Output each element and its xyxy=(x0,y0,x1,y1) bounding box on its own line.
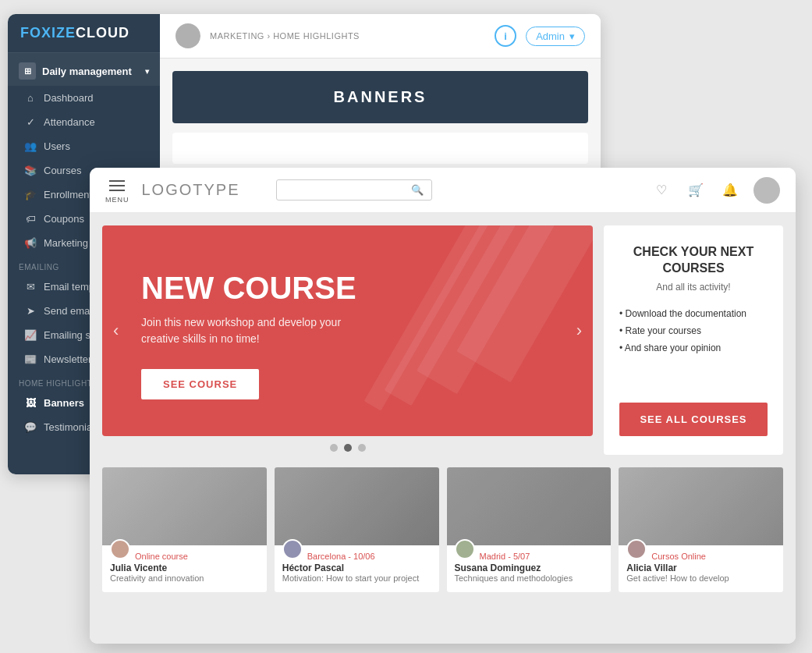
sidebar-item-dashboard[interactable]: ⌂ Dashboard xyxy=(8,86,160,110)
enrollment-icon: 🎓 xyxy=(23,189,37,201)
front-nav-icons: ♡ 🛒 🔔 xyxy=(651,177,780,204)
front-navbar: MENU LOGOTYPE 🔍 ♡ 🛒 🔔 xyxy=(90,168,796,213)
course-card-body: Online course Julia Vicente Creativity a… xyxy=(102,545,267,589)
info-button[interactable]: i xyxy=(495,25,516,47)
home-icon: ⌂ xyxy=(23,92,37,104)
users-icon: 👥 xyxy=(23,140,37,152)
grid-icon: ⊞ xyxy=(19,62,36,80)
chevron-icon: ▾ xyxy=(145,67,149,76)
course-card-body: Barcelona - 10/06 Héctor Pascal Motivati… xyxy=(275,545,439,589)
menu-label: MENU xyxy=(105,196,129,204)
course-description: Get active! How to develop xyxy=(626,573,775,583)
see-all-courses-button[interactable]: SEE ALL COURSES xyxy=(619,403,768,436)
hamburger-icon xyxy=(106,177,128,194)
hero-subtitle: Join this new workshop and develop your … xyxy=(141,314,375,347)
notifications-icon[interactable]: 🔔 xyxy=(719,179,741,201)
hero-dots xyxy=(102,436,593,455)
user-avatar[interactable] xyxy=(753,177,780,204)
marketing-icon: 📢 xyxy=(23,237,37,249)
sidebar-daily-management[interactable]: ⊞ Daily management ▾ xyxy=(8,53,160,86)
email-icon: ✉ xyxy=(23,281,37,293)
avatar xyxy=(282,539,303,559)
sidebar-widget-list: • Download the documentation • Rate your… xyxy=(619,305,768,357)
banners-icon: 🖼 xyxy=(23,397,37,409)
admin-topbar: MARKETING › HOME HIGHLIGHTS i Admin ▾ xyxy=(160,14,601,59)
stats-icon: 📈 xyxy=(23,329,37,341)
admin-breadcrumb: MARKETING › HOME HIGHLIGHTS xyxy=(210,31,485,41)
admin-section-bar xyxy=(172,133,588,164)
check-icon: ✓ xyxy=(23,116,37,128)
hero-dot-2[interactable] xyxy=(344,444,352,452)
sidebar-item-users[interactable]: 👥 Users xyxy=(8,134,160,158)
course-card-image xyxy=(102,467,267,545)
send-icon: ➤ xyxy=(23,305,37,317)
course-location: Madrid - 5/07 xyxy=(480,552,530,561)
sidebar-item-attendance[interactable]: ✓ Attendance xyxy=(8,110,160,134)
hero-dot-1[interactable] xyxy=(330,444,338,452)
sidebar-widget-subtitle: And all its activity! xyxy=(656,282,730,293)
hero-prev-button[interactable]: ‹ xyxy=(113,321,119,341)
list-item: • Rate your courses xyxy=(619,322,768,339)
course-card-image xyxy=(275,467,439,545)
course-card: Barcelona - 10/06 Héctor Pascal Motivati… xyxy=(275,467,439,592)
search-container: 🔍 xyxy=(276,179,432,201)
sidebar-widget-title: CHECK YOUR NEXT COURSES xyxy=(619,244,768,277)
course-card: Madrid - 5/07 Susana Dominguez Technique… xyxy=(447,467,612,592)
newsletter-icon: 📰 xyxy=(23,353,37,365)
hero-dot-3[interactable] xyxy=(358,444,366,452)
avatar xyxy=(110,539,130,559)
admin-section-title: BANNERS xyxy=(172,71,588,123)
course-location: Barcelona - 10/06 xyxy=(307,552,375,561)
hero-cta-button[interactable]: SEE COURSE xyxy=(141,369,259,399)
course-location: Online course xyxy=(135,552,188,561)
course-instructor: Susana Dominguez xyxy=(455,563,604,573)
wishlist-icon[interactable]: ♡ xyxy=(651,179,672,201)
courses-icon: 📚 xyxy=(23,165,37,176)
hero-section: ‹ NEW COURSE Join this new workshop and … xyxy=(102,225,593,455)
course-card-image xyxy=(447,467,612,545)
course-instructor: Alicia Villar xyxy=(626,563,775,573)
course-instructor: Julia Vicente xyxy=(110,563,259,573)
list-item: • And share your opinion xyxy=(619,339,768,357)
front-logo: LOGOTYPE xyxy=(142,181,240,199)
course-card-image xyxy=(619,467,783,545)
courses-sidebar-widget: CHECK YOUR NEXT COURSES And all its acti… xyxy=(604,225,783,455)
course-card-body: Cursos Online Alicia Villar Get active! … xyxy=(619,545,783,589)
course-description: Motivation: How to start your project xyxy=(282,573,431,583)
hero-next-button[interactable]: › xyxy=(576,321,582,341)
hero-banner: ‹ NEW COURSE Join this new workshop and … xyxy=(102,225,593,436)
course-description: Techniques and methodologies xyxy=(455,573,604,583)
admin-avatar xyxy=(176,23,200,48)
course-card: Online course Julia Vicente Creativity a… xyxy=(102,467,267,592)
search-icon: 🔍 xyxy=(411,184,424,196)
menu-button[interactable]: MENU xyxy=(105,177,129,204)
course-description: Creativity and innovation xyxy=(110,573,259,583)
avatar xyxy=(626,539,647,559)
avatar xyxy=(455,539,475,559)
testimonials-icon: 💬 xyxy=(23,421,37,433)
list-item: • Download the documentation xyxy=(619,305,768,322)
course-card: Cursos Online Alicia Villar Get active! … xyxy=(619,467,783,592)
course-location: Cursos Online xyxy=(651,552,706,561)
admin-user-button[interactable]: Admin ▾ xyxy=(526,27,585,46)
hero-title: NEW COURSE xyxy=(141,271,554,305)
course-card-body: Madrid - 5/07 Susana Dominguez Technique… xyxy=(447,545,612,589)
coupon-icon: 🏷 xyxy=(23,213,37,225)
front-panel: MENU LOGOTYPE 🔍 ♡ 🛒 🔔 xyxy=(90,168,796,644)
hero-row: ‹ NEW COURSE Join this new workshop and … xyxy=(90,213,796,467)
course-instructor: Héctor Pascal xyxy=(282,563,431,573)
course-cards-row: Online course Julia Vicente Creativity a… xyxy=(90,467,796,605)
search-input[interactable] xyxy=(285,185,406,196)
admin-logo: FOXIZECLOUD xyxy=(8,14,160,53)
front-content: ‹ NEW COURSE Join this new workshop and … xyxy=(90,213,796,644)
cart-icon[interactable]: 🛒 xyxy=(685,179,707,201)
chevron-down-icon: ▾ xyxy=(569,30,575,42)
